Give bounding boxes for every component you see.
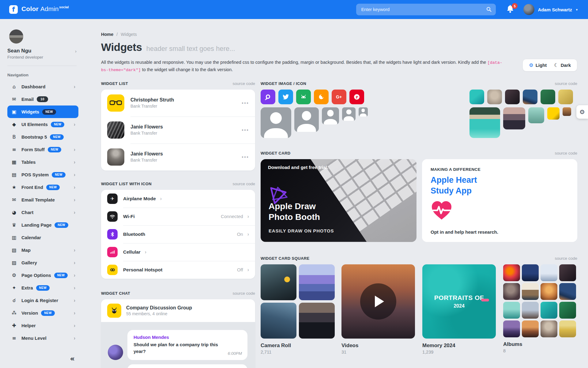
sidebar-item[interactable]: ✉ Email Template › <box>7 194 78 206</box>
list-item[interactable]: Bluetooth On › <box>101 225 255 243</box>
photo-thumbnail[interactable] <box>522 264 539 281</box>
sidebar-item[interactable]: ▣ Widgets NEW <box>7 105 78 118</box>
sidebar-item[interactable]: ▦ Tables › <box>7 156 78 168</box>
notifications-button[interactable]: 5 <box>506 4 515 15</box>
row-actions-button[interactable]: ●●● <box>242 128 249 132</box>
photo-thumbnail[interactable] <box>522 302 539 319</box>
row-actions-button[interactable]: ●●● <box>242 155 249 159</box>
photo-thumbnail[interactable] <box>523 90 537 104</box>
theme-panel-toggle-button[interactable]: ⚙ <box>576 105 588 119</box>
list-item[interactable]: Personal Hotspot Off › <box>101 261 255 279</box>
sidebar-profile[interactable]: Sean Ngu › Frontend developer <box>7 29 77 66</box>
sidebar-item[interactable]: ≡ Form Stuff NEW › <box>7 143 78 156</box>
source-code-link[interactable]: source code <box>232 81 255 86</box>
photo-thumbnail[interactable] <box>559 283 576 300</box>
sidebar-item[interactable]: ✚ Helper › <box>7 319 78 332</box>
sidebar-item[interactable]: ⚙ Page Options NEW › <box>7 269 78 282</box>
photo-thumbnail[interactable] <box>503 320 520 337</box>
camera-roll-card[interactable]: Camera Roll 2,711 <box>261 264 334 355</box>
person-placeholder[interactable] <box>261 107 291 138</box>
sidebar-item[interactable]: ▤ POS System NEW › <box>7 168 78 181</box>
sidebar-item[interactable]: ▥ Calendar <box>7 231 78 244</box>
sidebar-item[interactable]: ☌ Login & Register › <box>7 294 78 307</box>
sidebar-item[interactable]: ✉ Email 10 <box>7 93 78 105</box>
row-actions-button[interactable]: ●●● <box>242 101 249 105</box>
firefox-icon[interactable] <box>314 90 329 104</box>
photo-thumbnail[interactable] <box>559 302 576 319</box>
photo-thumbnail[interactable] <box>541 283 557 300</box>
photo-thumbnail[interactable] <box>299 264 335 300</box>
photo-thumbnail[interactable] <box>541 302 557 319</box>
list-item[interactable]: Cellular › <box>101 243 255 261</box>
photo-thumbnail[interactable] <box>559 264 576 281</box>
source-code-link[interactable]: source code <box>555 151 577 155</box>
source-code-link[interactable]: source code <box>232 182 255 186</box>
list-item[interactable]: ✈ Airplane Mode › <box>101 190 255 208</box>
photo-thumbnail[interactable] <box>503 283 520 300</box>
profile-avatar <box>9 29 23 44</box>
person-placeholder[interactable] <box>294 107 319 132</box>
person-placeholder[interactable] <box>342 107 356 121</box>
android-icon[interactable] <box>296 90 311 104</box>
memory-card[interactable]: PORTRAITS OF 2024 Memory 2024 1,239 <box>422 264 496 355</box>
photo-thumbnail[interactable] <box>559 320 576 337</box>
photo-thumbnail[interactable] <box>563 107 571 116</box>
photo-thumbnail[interactable] <box>558 90 573 104</box>
chat-header[interactable]: Company Discussion Group 55 members, 4 o… <box>101 299 255 322</box>
study-card[interactable]: MAKING A DIFFERENCE Apple HeartStudy App… <box>422 159 577 242</box>
sidebar-item[interactable]: ◆ UI Elements NEW › <box>7 118 78 131</box>
sidebar-item[interactable]: ≡ Menu Level › <box>7 332 78 344</box>
photo-thumbnail[interactable] <box>261 303 296 339</box>
photo-thumbnail[interactable] <box>261 264 296 300</box>
theme-dark-button[interactable]: ☾Dark <box>551 61 574 69</box>
photo-thumbnail[interactable] <box>503 264 520 281</box>
photo-thumbnail[interactable] <box>299 303 335 339</box>
photo-thumbnail[interactable] <box>505 90 520 104</box>
source-code-link[interactable]: source code <box>555 256 577 261</box>
list-item[interactable]: Janie Flowers Bank Transfer ●●● <box>101 117 255 144</box>
albums-card[interactable]: Albums 8 <box>503 264 577 355</box>
googleplus-icon[interactable]: G+ <box>332 90 346 104</box>
sidebar-item[interactable]: ⌂ Dashboard › <box>7 80 78 93</box>
sidebar-item[interactable]: ◕ Chart › <box>7 206 78 219</box>
photo-thumbnail[interactable] <box>503 107 525 129</box>
photo-thumbnail[interactable] <box>528 107 544 123</box>
person-placeholder[interactable] <box>359 107 368 117</box>
theme-light-button[interactable]: ⚙Light <box>526 61 550 69</box>
sidebar-collapse-button[interactable]: « <box>70 355 75 363</box>
user-menu[interactable]: Adam Schwartz ▼ <box>523 4 578 15</box>
photo-thumbnail[interactable] <box>522 320 539 337</box>
brand-logo[interactable]: f Color Admin social <box>9 5 69 14</box>
photo-thumbnail[interactable] <box>469 107 500 138</box>
search-icon[interactable] <box>486 7 492 12</box>
list-item[interactable]: Wi-Fi Connected › <box>101 208 255 225</box>
list-item[interactable]: Janie Flowers Bank Transfer ●●● <box>101 144 255 171</box>
photo-thumbnail[interactable] <box>522 283 539 300</box>
pinterest-icon[interactable]: P <box>349 90 364 104</box>
sidebar-item[interactable]: B Bootstrap 5 NEW <box>7 131 78 143</box>
digitalocean-icon[interactable] <box>261 90 275 104</box>
sidebar-item[interactable]: ★ Front End NEW › <box>7 181 78 194</box>
sidebar-item[interactable]: ✦ Extra NEW › <box>7 282 78 294</box>
source-code-link[interactable]: source code <box>555 81 577 86</box>
sidebar-item[interactable]: ♛ Landing Page NEW <box>7 219 78 231</box>
photo-thumbnail[interactable] <box>503 302 520 319</box>
list-item[interactable]: Christopher Struth Bank Transfer ●●● <box>101 90 255 117</box>
photo-thumbnail[interactable] <box>541 264 557 281</box>
sidebar-item[interactable]: ▨ Gallery › <box>7 256 78 269</box>
person-placeholder[interactable] <box>322 107 339 125</box>
videos-card[interactable]: Videos 31 <box>341 264 415 355</box>
breadcrumb-home[interactable]: Home <box>101 32 113 37</box>
source-code-link[interactable]: source code <box>232 291 255 296</box>
photo-thumbnail[interactable] <box>541 90 555 104</box>
photo-thumbnail[interactable] <box>469 90 484 104</box>
sidebar-item[interactable]: ▧ Map › <box>7 244 78 256</box>
promo-card[interactable]: Download and get free trial. Apple DrawP… <box>261 159 417 242</box>
photo-thumbnail[interactable] <box>547 107 560 120</box>
sidebar-item[interactable]: ⁂ Version NEW › <box>7 307 78 319</box>
photo-thumbnail[interactable] <box>541 320 557 337</box>
photo-thumbnail[interactable] <box>487 90 502 104</box>
play-button[interactable] <box>360 283 396 320</box>
twitter-icon[interactable] <box>278 90 293 104</box>
search-input[interactable] <box>356 4 496 15</box>
